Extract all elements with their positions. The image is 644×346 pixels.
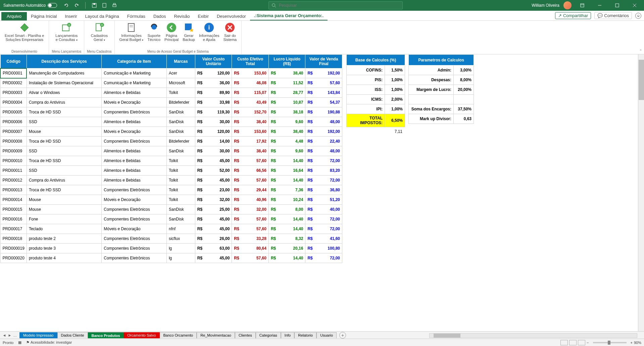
cell-desc[interactable]: SSD bbox=[27, 146, 101, 156]
close-icon[interactable] bbox=[628, 0, 641, 11]
cell-code[interactable]: PRD00015 bbox=[0, 205, 27, 214]
side-row[interactable] bbox=[409, 95, 474, 104]
cell-cat[interactable]: Alimentos e Bebidas bbox=[102, 176, 167, 185]
cell-unit[interactable]: R$45,00 bbox=[195, 214, 232, 224]
ribbon-options-icon[interactable] bbox=[576, 0, 589, 11]
cell-profit[interactable]: R$14,40 bbox=[268, 156, 305, 166]
table-row[interactable]: PRD00010Troca de HD SSDAlimentos e Bebid… bbox=[0, 156, 342, 166]
cell-cost[interactable]: R$17,92 bbox=[232, 137, 269, 146]
table-row[interactable]: PRD00018produto teste 2Componentes Eletr… bbox=[0, 234, 342, 244]
side-value[interactable]: 20,00% bbox=[454, 85, 474, 95]
ribbon-item-info-circle[interactable]: iInformaçõese Ajuda bbox=[197, 22, 221, 42]
side-value[interactable]: 1,00% bbox=[385, 75, 405, 85]
cell-cat[interactable]: Alimentos e Bebidas bbox=[102, 88, 167, 98]
cell-unit[interactable]: R$14,00 bbox=[195, 137, 232, 146]
cell-sale[interactable]: R$40,00 bbox=[305, 205, 342, 214]
cell-profit[interactable]: R$8,00 bbox=[268, 205, 305, 214]
cell-profit[interactable]: R$7,36 bbox=[268, 185, 305, 195]
zoom-level[interactable]: 90% bbox=[634, 341, 641, 345]
table-row[interactable]: PRD00016FoneComponentes EletrônicosSanDi… bbox=[0, 214, 342, 224]
sheet-more-icon[interactable]: … bbox=[13, 333, 17, 338]
column-header[interactable]: Código bbox=[0, 55, 27, 68]
cell-cost[interactable]: R$57,60 bbox=[232, 176, 269, 185]
cell-code[interactable]: PRD00007 bbox=[0, 127, 27, 137]
tab-desenvolvedor[interactable]: Desenvolvedor bbox=[213, 12, 250, 20]
cell-unit[interactable]: R$89,90 bbox=[195, 88, 232, 98]
table-row[interactable]: PRD000020produto teste 4Componentes Elet… bbox=[0, 253, 342, 263]
cell-unit[interactable]: R$45,00 bbox=[195, 253, 232, 263]
column-header[interactable]: Categoria de Item bbox=[102, 55, 167, 68]
cell-desc[interactable]: produto teste 4 bbox=[27, 253, 101, 263]
cell-cat[interactable]: Móveis e Decoração bbox=[102, 98, 167, 107]
side-value[interactable]: 1,00% bbox=[385, 85, 405, 95]
side-row[interactable]: Soma dos Encargos:37,50% bbox=[409, 104, 474, 114]
column-header[interactable]: Descrição dos Serviços bbox=[27, 55, 101, 68]
cell-brand[interactable]: SanDisk bbox=[166, 117, 195, 127]
cell-profit[interactable]: R$20,16 bbox=[268, 244, 305, 253]
cell-cost[interactable]: R$38,40 bbox=[232, 117, 269, 127]
cell-sale[interactable]: R$51,20 bbox=[305, 195, 342, 205]
data-table[interactable]: CódigoDescrição dos ServiçosCategoria de… bbox=[0, 54, 342, 263]
side-row[interactable]: ICMS:2,00% bbox=[347, 95, 405, 104]
side-row[interactable]: PIS:1,00% bbox=[347, 75, 405, 85]
tab-inserir[interactable]: Inserir bbox=[61, 12, 81, 20]
search-box[interactable] bbox=[268, 1, 403, 9]
cell-cost[interactable]: R$57,60 bbox=[232, 214, 269, 224]
table-row[interactable]: PRD00015MouseComponentes EletrônicosSanD… bbox=[0, 205, 342, 214]
side-value[interactable]: 1,50% bbox=[385, 65, 405, 75]
side-value[interactable]: 3,00% bbox=[454, 65, 474, 75]
cell-desc[interactable]: produto teste 2 bbox=[27, 234, 101, 244]
cell-desc[interactable]: Ativar o Windows bbox=[27, 88, 101, 98]
cell-profit[interactable]: R$10,24 bbox=[268, 195, 305, 205]
cell-unit[interactable]: R$30,00 bbox=[195, 146, 232, 156]
cell-profit[interactable]: R$11,52 bbox=[268, 78, 305, 88]
cell-cost[interactable]: R$153,60 bbox=[232, 68, 269, 78]
cell-cost[interactable]: R$57,60 bbox=[232, 156, 269, 166]
cell-brand[interactable]: lg bbox=[166, 244, 195, 253]
cell-cat[interactable]: Comunicação e Marketing bbox=[102, 78, 167, 88]
cell-brand[interactable]: SanDisk bbox=[166, 146, 195, 156]
cell-unit[interactable]: R$23,00 bbox=[195, 185, 232, 195]
cell-cat[interactable]: Móveis e Decoração bbox=[102, 127, 167, 137]
cell-sale[interactable]: R$48,00 bbox=[305, 117, 342, 127]
ribbon-item-info-doc[interactable]: InformaçõesGeral Budget ▾ bbox=[117, 22, 146, 42]
cell-unit[interactable]: R$120,00 bbox=[195, 68, 232, 78]
cell-cat[interactable]: Comunicação e Marketing bbox=[102, 68, 167, 78]
cell-brand[interactable]: SanDisk bbox=[166, 127, 195, 137]
cell-code[interactable]: PRD00011 bbox=[0, 166, 27, 176]
cell-cost[interactable]: R$80,64 bbox=[232, 244, 269, 253]
cell-profit[interactable]: R$9,60 bbox=[268, 146, 305, 156]
sheet-tab-relatorio[interactable]: Relatorio bbox=[294, 332, 316, 338]
cell-desc[interactable]: Fone bbox=[27, 214, 101, 224]
zoom-out-icon[interactable]: − bbox=[587, 341, 589, 345]
table-row[interactable]: PRD00005Troca de HD SSDComponentes Eletr… bbox=[0, 107, 342, 117]
table-row[interactable]: PRD00011SSDAlimentos e BebidasTolkitR$52… bbox=[0, 166, 342, 176]
side-value[interactable]: 6,50% bbox=[385, 114, 405, 127]
table-row[interactable]: PRD00012Compra do AntivirusAlimentos e B… bbox=[0, 176, 342, 185]
cell-cat[interactable]: Componentes Eletrônicos bbox=[102, 137, 167, 146]
table-row[interactable]: PRD00013Troca de HD SSDComponentes Eletr… bbox=[0, 185, 342, 195]
tab-exibir[interactable]: Exibir bbox=[194, 12, 213, 20]
minimize-icon[interactable] bbox=[593, 0, 606, 11]
save-icon[interactable] bbox=[92, 3, 97, 8]
cell-code[interactable]: PRD00014 bbox=[0, 195, 27, 205]
sheet-tab-orcamento-salvo[interactable]: Orcamento Salvo bbox=[124, 332, 160, 338]
cell-code[interactable]: PRD000020 bbox=[0, 253, 27, 263]
cell-unit[interactable]: R$26,00 bbox=[195, 234, 232, 244]
search-input[interactable] bbox=[279, 3, 400, 8]
maximize-icon[interactable] bbox=[610, 0, 624, 11]
cell-cat[interactable]: Móveis e Decoração bbox=[102, 195, 167, 205]
cell-cost[interactable]: R$40,96 bbox=[232, 195, 269, 205]
sheet-tab-usuario[interactable]: Usuario bbox=[316, 332, 337, 338]
sheet-tab-info[interactable]: Info bbox=[281, 332, 294, 338]
horizontal-scrollbar[interactable] bbox=[429, 333, 637, 338]
cell-sale[interactable]: R$190,88 bbox=[305, 107, 342, 117]
avatar[interactable] bbox=[563, 1, 572, 9]
cell-cat[interactable]: Móveis e Decoração bbox=[102, 224, 167, 234]
cell-cat[interactable]: Componentes Eletrônicos bbox=[102, 234, 167, 244]
cell-cat[interactable]: Alimentos e Bebidas bbox=[102, 117, 167, 127]
undo-icon[interactable] bbox=[64, 3, 69, 8]
cell-profit[interactable]: R$4,48 bbox=[268, 137, 305, 146]
cell-brand[interactable]: Acer bbox=[166, 68, 195, 78]
table-row[interactable]: PRD00002Instalação de Sistemas Operacion… bbox=[0, 78, 342, 88]
